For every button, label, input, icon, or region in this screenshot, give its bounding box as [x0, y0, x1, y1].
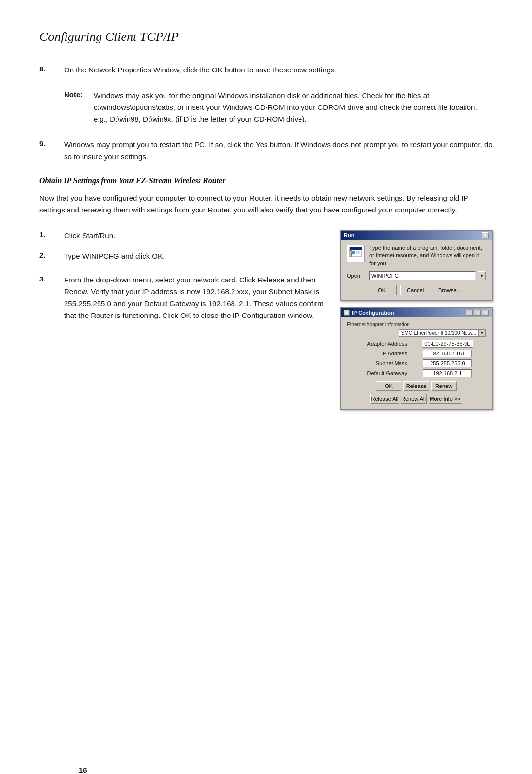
ip-btn-row-2: Release All Renew All More Info >> — [347, 394, 486, 404]
ip-adapter-row[interactable]: SMC EtherPower II 10/100 Netw... ▼ — [347, 329, 486, 337]
step-9-content: Windows may prompt you to restart the PC… — [64, 139, 493, 163]
ip-address-label: IP Address — [347, 349, 409, 358]
note-content: Windows may ask you for the original Win… — [94, 90, 493, 125]
ip-config-win-controls[interactable]: _ □ ✕ — [466, 310, 489, 316]
step-2-number: 2. — [39, 250, 64, 259]
default-gateway-value: 192.168.2.1 — [423, 369, 472, 377]
run-ok-button[interactable]: OK — [367, 285, 397, 295]
ip-config-titlebar-left: 🖧 IP Configuration — [344, 310, 394, 316]
step-9-block: 9. Windows may prompt you to restart the… — [39, 139, 493, 163]
step-1-number: 1. — [39, 230, 64, 239]
run-icon: ≡ — [347, 245, 365, 262]
ip-section-label: Ethernet Adapter Information — [347, 322, 486, 327]
ip-release-all-button[interactable]: Release All — [370, 394, 399, 404]
adapter-address-label: Adapter Address — [347, 339, 409, 349]
ip-renew-all-button[interactable]: Renew All — [401, 394, 427, 404]
ip-config-body: Ethernet Adapter Information SMC EtherPo… — [341, 317, 492, 409]
run-help-button[interactable]: ? — [482, 232, 489, 238]
run-open-input[interactable] — [369, 271, 476, 280]
ip-address-row: IP Address 192.168.2.161 — [347, 349, 486, 358]
dialogs-column: Run ? — [340, 230, 493, 416]
ip-adapter-value: SMC EtherPower II 10/100 Netw... — [399, 330, 478, 336]
svg-text:≡: ≡ — [350, 253, 352, 256]
ip-btn-row-1: OK Release Renew — [347, 381, 486, 391]
subnet-mask-value: 255.255.255.0 — [423, 359, 472, 367]
run-open-label: Open: — [347, 273, 366, 279]
run-dialog-body: ≡ Type the name of a program, folder, do… — [341, 240, 492, 300]
run-open-row: Open: ▼ — [347, 271, 486, 280]
subsection-paragraph: Now that you have configured your comput… — [39, 192, 493, 216]
run-buttons: OK Cancel Browse... — [347, 285, 486, 295]
step-8-number: 8. — [39, 64, 64, 73]
subsection-title: Obtain IP Settings from Your EZ-Stream W… — [39, 176, 493, 185]
subnet-mask-row: Subnet Mask 255.255.255.0 — [347, 358, 486, 368]
ip-config-titlebar: 🖧 IP Configuration _ □ ✕ — [341, 308, 492, 317]
default-gateway-label: Default Gateway — [347, 368, 409, 378]
ip-minimize-button[interactable]: _ — [466, 310, 473, 316]
subnet-mask-label: Subnet Mask — [347, 358, 409, 368]
ip-adapter-dropdown[interactable]: SMC EtherPower II 10/100 Netw... ▼ — [399, 329, 486, 337]
ip-maximize-button[interactable]: □ — [474, 310, 481, 316]
page-title: Configuring Client TCP/IP — [39, 30, 493, 44]
adapter-address-row: Adapter Address 00-E0-29-75-35-9E — [347, 339, 486, 349]
step-3-content: From the drop-down menu, select your net… — [64, 274, 325, 321]
step-8-block: 8. On the Network Properties Window, cli… — [39, 64, 493, 76]
step-2-block: 2. Type WINIPCFG and click OK. — [39, 250, 325, 262]
run-dialog: Run ? — [340, 230, 493, 301]
run-win-controls[interactable]: ? — [482, 232, 489, 238]
run-cancel-button[interactable]: Cancel — [400, 285, 430, 295]
steps-with-images: 1. Click Start/Run. 2. Type WINIPCFG and… — [39, 230, 493, 416]
note-block: Note: Windows may ask you for the origin… — [64, 90, 493, 125]
ip-close-button[interactable]: ✕ — [482, 310, 489, 316]
ip-adapter-dropdown-arrow[interactable]: ▼ — [478, 330, 485, 336]
steps-left-column: 1. Click Start/Run. 2. Type WINIPCFG and… — [39, 230, 325, 335]
step-1-content: Click Start/Run. — [64, 230, 325, 242]
step-9-number: 9. — [39, 139, 64, 148]
ip-renew-button[interactable]: Renew — [431, 381, 457, 391]
step-3-block: 3. From the drop-down menu, select your … — [39, 274, 325, 321]
default-gateway-row: Default Gateway 192.168.2.1 — [347, 368, 486, 378]
run-dialog-titlebar: Run ? — [341, 231, 492, 240]
note-label: Note: — [64, 90, 94, 99]
step-2-content: Type WINIPCFG and click OK. — [64, 250, 325, 262]
run-description: Type the name of a program, folder, docu… — [369, 245, 486, 267]
ip-config-title: IP Configuration — [352, 310, 394, 316]
svg-rect-1 — [350, 247, 362, 250]
page-number: 16 — [79, 766, 87, 774]
ip-info-table: Adapter Address 00-E0-29-75-35-9E IP Add… — [347, 339, 486, 378]
run-title-text: Run — [344, 232, 354, 238]
svg-rect-3 — [356, 251, 360, 254]
ip-address-value: 192.168.2.161 — [423, 350, 472, 357]
run-dropdown-arrow[interactable]: ▼ — [478, 271, 486, 280]
run-input-group[interactable]: ▼ — [369, 271, 486, 280]
ip-more-info-button[interactable]: More Info >> — [429, 394, 462, 404]
step-1-block: 1. Click Start/Run. — [39, 230, 325, 242]
ip-config-dialog: 🖧 IP Configuration _ □ ✕ Ethernet Adapte… — [340, 307, 493, 410]
ip-ok-button[interactable]: OK — [376, 381, 401, 391]
adapter-address-value: 00-E0-29-75-35-9E — [422, 340, 473, 348]
ip-config-icon: 🖧 — [344, 310, 350, 316]
step-3-number: 3. — [39, 274, 64, 283]
ip-release-button[interactable]: Release — [403, 381, 429, 391]
run-body-content: ≡ Type the name of a program, folder, do… — [347, 245, 486, 267]
run-titlebar-left: Run — [344, 232, 354, 238]
step-8-content: On the Network Properties Window, click … — [64, 64, 493, 76]
run-browse-button[interactable]: Browse... — [434, 285, 466, 295]
